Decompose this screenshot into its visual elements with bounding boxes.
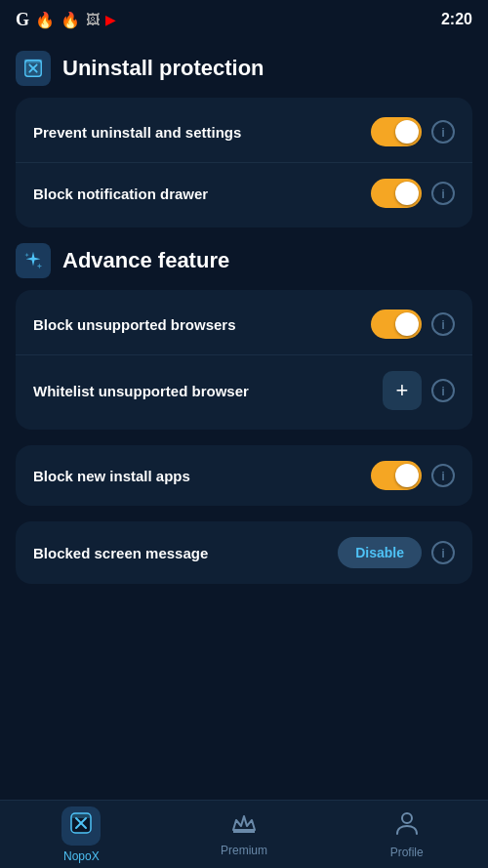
block-browsers-toggle[interactable] (371, 310, 422, 339)
svg-point-10 (402, 813, 412, 823)
crown-icon (231, 812, 257, 840)
status-bar-app-icons: G 🔥 🔥 🖼 ▶ (16, 10, 116, 30)
block-notification-label: Block notification drawer (33, 184, 371, 204)
prevent-uninstall-label: Prevent uninstall and settings (33, 122, 371, 143)
flame-icon-1: 🔥 (35, 11, 55, 29)
sparkle-icon (16, 243, 51, 278)
block-new-install-label: Block new install apps (33, 466, 371, 486)
block-browsers-info[interactable]: i (431, 312, 455, 336)
nav-label-nopox: NopoX (63, 849, 100, 863)
uninstall-protection-header: Uninstall protection (16, 51, 472, 86)
prevent-uninstall-toggle-knob (395, 120, 419, 144)
nav-item-nopox[interactable]: NopoX (32, 806, 130, 863)
whitelist-browser-label: Whitelist unsupported browser (33, 381, 383, 401)
main-content: Uninstall protection Prevent uninstall a… (0, 35, 488, 800)
status-bar-time: 2:20 (441, 11, 472, 28)
block-browsers-label: Block unsupported browsers (33, 314, 371, 335)
block-browsers-controls: i (371, 310, 455, 339)
uninstall-icon (16, 51, 51, 86)
block-new-install-card: Block new install apps i (16, 445, 472, 506)
blocked-screen-card: Blocked screen message Disable i (16, 521, 472, 584)
blocked-screen-row: Blocked screen message Disable i (16, 521, 472, 584)
status-bar: G 🔥 🔥 🖼 ▶ 2:20 (0, 0, 488, 35)
block-new-install-info[interactable]: i (431, 464, 455, 487)
nav-item-profile[interactable]: Profile (358, 810, 456, 859)
blocked-screen-label: Blocked screen message (33, 543, 338, 563)
prevent-uninstall-toggle[interactable] (371, 117, 422, 146)
block-notification-toggle[interactable] (371, 179, 422, 208)
block-new-install-toggle-knob (395, 464, 419, 487)
flame-icon-2: 🔥 (61, 11, 80, 29)
svg-rect-4 (24, 60, 42, 63)
person-icon (395, 810, 419, 842)
nav-label-profile: Profile (390, 846, 424, 859)
play-icon: ▶ (105, 12, 116, 27)
whitelist-browser-plus[interactable]: + (383, 371, 422, 410)
block-new-install-row: Block new install apps i (16, 445, 472, 506)
block-browsers-toggle-knob (395, 312, 419, 336)
uninstall-protection-title: Uninstall protection (62, 56, 264, 81)
uninstall-protection-card: Prevent uninstall and settings i Block n… (16, 98, 472, 227)
prevent-uninstall-row: Prevent uninstall and settings i (16, 102, 472, 163)
block-notification-toggle-knob (395, 182, 419, 205)
google-icon: G (16, 10, 29, 30)
prevent-uninstall-controls: i (371, 117, 455, 146)
block-browsers-row: Block unsupported browsers i (16, 294, 472, 355)
advance-feature-header: Advance feature (16, 243, 472, 278)
blocked-screen-info[interactable]: i (431, 541, 455, 564)
blocked-screen-disable-button[interactable]: Disable (338, 537, 422, 568)
advance-feature-card: Block unsupported browsers i Whitelist u… (16, 290, 472, 430)
block-notification-row: Block notification drawer i (16, 163, 472, 224)
blocked-screen-controls: Disable i (338, 537, 455, 568)
nav-item-premium[interactable]: Premium (195, 812, 293, 857)
bottom-nav: NopoX Premium Profile (0, 800, 488, 868)
nav-label-premium: Premium (221, 844, 267, 857)
whitelist-browser-row: Whitelist unsupported browser + i (16, 355, 472, 426)
image-icon: 🖼 (86, 12, 100, 27)
nopox-icon (61, 806, 101, 846)
block-new-install-toggle[interactable] (371, 461, 422, 490)
advance-feature-title: Advance feature (62, 248, 229, 273)
prevent-uninstall-info[interactable]: i (431, 120, 455, 144)
svg-rect-8 (71, 813, 91, 818)
block-new-install-controls: i (371, 461, 455, 490)
block-notification-info[interactable]: i (431, 182, 455, 205)
whitelist-browser-controls: + i (383, 371, 455, 410)
block-notification-controls: i (371, 179, 455, 208)
whitelist-browser-info[interactable]: i (431, 379, 455, 402)
